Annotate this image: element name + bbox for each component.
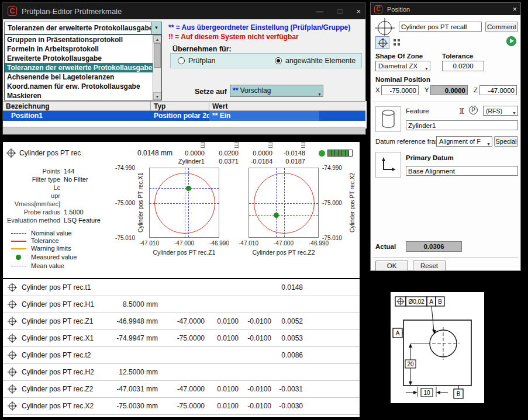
datum-frame-dropdown[interactable]: Alignment of F ▼ [436,136,492,147]
point-pattern-icon[interactable] [392,37,402,48]
note-inherited-setting: ** = Aus übergeordneter Einstellung (Prü… [168,23,350,32]
result-row[interactable]: Cylinder pos PT rec.t1 0.0148 [3,279,360,296]
setze-auf-dropdown[interactable]: ** Vorschlag ▼ [230,85,323,97]
info-label: Lc [3,184,60,191]
ok-button[interactable]: OK [375,261,408,271]
info-value: LSQ Feature [64,217,101,224]
listbox-item[interactable]: Koord.namen für erw. Protokollausgabe [5,82,161,91]
chevron-down-icon[interactable]: ▼ [318,89,322,97]
actual-value-field: 0.0306 [406,241,462,252]
result-deviation: 0.0148 [275,283,303,291]
scrollbar-thumb[interactable] [154,43,161,68]
nominal-position-label: Nominal Position [375,76,430,83]
col-typ[interactable]: Typ [151,102,209,110]
result-row[interactable]: Cylinder pos PT rec.Z1 -46.9948 mm -47.0… [3,313,360,330]
x-label: X [375,86,380,93]
y-nominal-input[interactable] [430,85,468,95]
zone-shape-dropdown[interactable]: Diametral ZX ▼ [375,61,430,71]
comment-button[interactable]: Comment [485,22,518,32]
fcf-datum-a: A [429,298,433,305]
characteristic-name-input[interactable] [399,22,482,32]
result-lower: -0.0100 [243,385,271,393]
position-symbol-icon [9,402,16,409]
result-lower: -0.0100 [243,317,271,325]
maximize-icon[interactable]: □ [338,7,343,16]
legend-label: Measured value [31,254,77,261]
position-mode-button[interactable] [375,36,389,49]
chevron-down-icon[interactable]: ▼ [151,22,161,34]
x-nominal-input[interactable] [381,85,419,95]
scroll-down-icon[interactable]: ▼ [153,92,161,100]
mean-hline [249,215,318,216]
listbox-item[interactable]: Achsenende bei Lagetoleranzen [5,72,161,82]
axis-arrow-icon [379,156,397,173]
col-bezeichnung[interactable]: Bezeichnung [3,102,151,110]
chevron-down-icon[interactable]: ▼ [486,140,491,147]
feature-name-input[interactable] [406,120,518,130]
position-titlebar[interactable]: C Position × [371,3,520,15]
listbox-scrollbar[interactable]: ▲ ▼ [153,35,161,100]
radio-angewaehlte-elemente[interactable] [275,57,282,64]
result-nominal: -75.0000 [164,402,205,410]
characteristic-name: Cylinder pos PT rec [19,149,81,157]
result-name: Cylinder pos PT rec.Z1 [22,317,94,325]
col-wert[interactable]: Wert [209,102,365,110]
cylinder-feature-icon[interactable] [375,106,401,132]
run-status-icon[interactable] [506,36,516,46]
row-typ: Position polar 2d [151,111,209,121]
position-plot-1 [149,168,219,238]
plot-panel: Cylinder pos PT rec 0.0148 mm 0.0000 0.0… [3,142,360,278]
setze-auf-label: Setze auf [195,88,227,96]
chevron-down-icon[interactable]: ▼ [512,109,516,116]
info-label: upr [3,192,60,199]
position-symbol-icon [9,352,16,359]
listbox-item-selected[interactable]: Toleranzen der erweiterte Protokollausga… [5,63,161,72]
result-row[interactable]: Cylinder pos PT rec.Z2 -47.0031 mm -47.0… [3,381,360,398]
y-tick: -75.000 [322,200,348,206]
result-nominal: -75.0000 [164,334,205,342]
result-actual: -46.9948 mm [102,317,158,325]
result-row[interactable]: Cylinder pos PT rec.H1 8.5000 mm [3,296,360,313]
feature-name: Zylinder1 [175,158,205,165]
editor-titlebar[interactable]: C Prüfplan-Editor Prüfmerkmale — □ × [3,3,365,19]
result-nominal: -47.0000 [164,317,205,325]
close-icon[interactable]: × [356,7,361,16]
modifier-icon[interactable]: ][ [460,107,464,114]
tolerance-input[interactable] [442,61,484,71]
result-row[interactable]: Cylinder pos PT rec.H2 12.5000 mm [3,364,360,381]
scroll-up-icon[interactable]: ▲ [153,35,161,43]
rfs-dropdown[interactable]: (RFS) ▼ [483,106,518,116]
lower-tolerance: 0.0000 [243,150,272,157]
result-row[interactable]: Cylinder pos PT rec.t2 0.0086 [3,347,360,364]
y-tick: -74.990 [322,165,348,171]
projected-zone-icon[interactable]: P [469,106,478,114]
result-name: Cylinder pos PT rec.t1 [22,283,91,291]
protocol-setting-combobox[interactable]: Toleranzen der erweiterte Protokollausga… [4,22,162,34]
primary-datum-input[interactable] [406,166,518,176]
legend-label: Tolerance [31,237,59,244]
special-button[interactable]: Special [494,136,518,147]
listbox-item[interactable]: Maskieren [5,91,161,100]
listbox-item[interactable]: Erweiterte Protokollausgabe [5,54,161,63]
info-label: Filter type [3,176,60,183]
result-actual: 8.5000 mm [102,300,158,308]
characteristic-row-position1[interactable]: Position1 Position polar 2d ** Ein [3,111,365,121]
shape-of-zone-label: Shape Of Zone [375,53,423,60]
zone-shape-value: Diametral ZX [378,63,417,70]
reset-button[interactable]: Reset [413,261,446,271]
tolerance-gauge [328,150,353,157]
z-nominal-input[interactable] [479,85,517,95]
result-row[interactable]: Cylinder pos PT rec.X1 -74.9947 mm -75.0… [3,330,360,347]
listbox-item[interactable]: Formeln in Arbeitsprotokoll [5,44,161,54]
result-actual: -47.0031 mm [102,385,158,393]
legend-tolerance-line-icon [11,241,26,242]
radio-pruefplan[interactable] [178,57,185,64]
minimize-icon[interactable]: — [316,7,324,16]
chevron-down-icon[interactable]: ▼ [425,64,429,71]
apply-for-group: Prüfplan angewählte Elemente [170,53,362,68]
listbox-item[interactable]: Gruppen in Präsentationsprotokoll [5,35,161,44]
result-name: Cylinder pos PT rec.t2 [22,351,91,359]
legend-mean-line-icon [11,266,26,266]
close-icon[interactable]: × [512,5,517,13]
result-row[interactable]: Cylinder pos PT rec.X2 -75.0030 mm -75.0… [3,398,360,415]
